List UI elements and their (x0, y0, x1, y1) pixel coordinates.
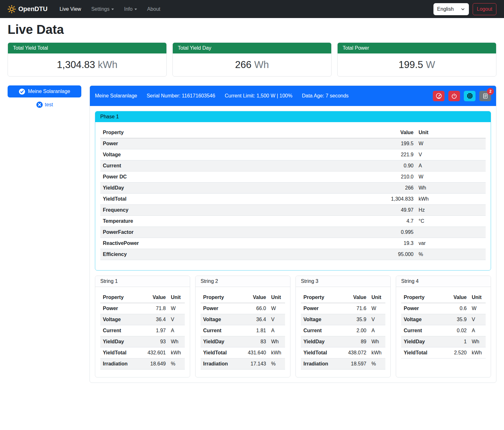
table-row: Power199.5W (100, 138, 486, 149)
cell-unit: Wh (168, 336, 185, 347)
cell-property: Current (100, 325, 144, 336)
cell-value: 266 (378, 183, 416, 194)
sidebar-item-test[interactable]: test (8, 101, 81, 108)
string-1-card: String 1 Property Value Unit (95, 276, 190, 377)
table-header-row: Property Value Unit (301, 292, 385, 303)
table-row: YieldTotal438.072kWh (301, 347, 385, 358)
cell-property: Irradiation (100, 358, 144, 370)
string-3-table: Property Value Unit Power71.6WVoltage35.… (301, 292, 385, 370)
nav-item-label: Live View (59, 6, 81, 12)
card-unit: W (426, 59, 435, 70)
limit-settings-button[interactable] (433, 91, 445, 101)
table-row: ReactivePower19.3var (100, 238, 486, 249)
column-header-property: Property (401, 292, 445, 303)
table-row: Power71.8W (100, 303, 185, 314)
brand[interactable]: OpenDTU (8, 5, 47, 13)
cell-value: 0.995 (378, 227, 416, 238)
table-row: Efficiency95.000% (100, 249, 486, 260)
language-select[interactable]: English (433, 3, 469, 15)
cell-unit: A (369, 325, 385, 336)
table-row: YieldTotal431.640kWh (201, 347, 285, 358)
cell-value: 1 (445, 336, 469, 347)
cell-property: YieldDay (201, 336, 244, 347)
column-header-value: Value (344, 292, 369, 303)
nav-item-live-view[interactable]: Live View (56, 4, 85, 15)
cell-value: 71.8 (144, 303, 168, 314)
cell-property: Irradiation (201, 358, 244, 370)
sun-icon (8, 5, 16, 13)
card-value: 1,304.83 (57, 59, 95, 70)
cell-unit: A (416, 160, 486, 171)
string-title: String 1 (95, 276, 190, 287)
cell-unit: kWh (168, 347, 185, 358)
cell-property: Voltage (100, 149, 378, 160)
cell-value: 36.4 (144, 314, 168, 325)
logout-button[interactable]: Logout (473, 3, 496, 15)
navbar: OpenDTU Live View Settings Info About En… (0, 0, 504, 18)
cell-value: 0.02 (445, 325, 469, 336)
event-log-button[interactable]: 2 (479, 91, 491, 101)
sidebar-item-label: Meine Solaranlage (28, 89, 70, 94)
table-row: YieldTotal1,304.833kWh (100, 194, 486, 205)
cell-property: YieldTotal (100, 194, 378, 205)
cell-unit: Hz (416, 205, 486, 216)
cell-property: Power (301, 303, 344, 314)
cell-property: Current (100, 160, 378, 171)
column-header-property: Property (100, 292, 144, 303)
cell-unit: W (269, 303, 285, 314)
total-yield-day-card: Total Yield Day 266 Wh (172, 42, 332, 77)
cell-unit: W (416, 138, 486, 149)
cell-property: Power (401, 303, 445, 314)
inverter-header: Meine Solaranlage Serial Number: 1161716… (90, 86, 496, 106)
summary-cards: Total Yield Total 1,304.83 kWh Total Yie… (8, 42, 496, 77)
cell-value: 66.0 (244, 303, 269, 314)
table-header-row: Property Value Unit (100, 127, 486, 138)
column-header-unit: Unit (469, 292, 486, 303)
inverter-limit: Current Limit: 1,500 W | 100% (225, 93, 292, 99)
chevron-down-icon (134, 9, 137, 10)
cell-property: PowerFactor (100, 227, 378, 238)
cell-property: Irradiation (301, 358, 344, 370)
cell-value: 0.6 (445, 303, 469, 314)
cell-property: YieldTotal (401, 347, 445, 358)
nav-item-label: Settings (91, 6, 109, 12)
cell-unit: W (369, 303, 385, 314)
cell-unit (416, 227, 486, 238)
nav-item-label: About (147, 6, 160, 12)
column-header-unit: Unit (369, 292, 385, 303)
cell-unit: °C (416, 216, 486, 227)
card-value: 199.5 (399, 59, 423, 70)
table-row: Voltage35.9V (401, 314, 486, 325)
cell-property: YieldDay (100, 183, 378, 194)
nav-item-settings[interactable]: Settings (87, 4, 118, 15)
table-row: YieldDay1Wh (401, 336, 486, 347)
cell-value: 1.81 (244, 325, 269, 336)
cell-value: 71.6 (344, 303, 369, 314)
x-circle-icon (36, 101, 43, 108)
table-row: YieldDay266Wh (100, 183, 486, 194)
cell-unit: W (416, 171, 486, 183)
cell-unit: V (369, 314, 385, 325)
cell-value: 1.97 (144, 325, 168, 336)
device-info-button[interactable] (464, 91, 476, 101)
sidebar-item-meine-solaranlage[interactable]: Meine Solaranlage (8, 85, 81, 97)
card-unit: Wh (254, 59, 269, 70)
card-unit: kWh (98, 59, 117, 70)
cell-unit: V (168, 314, 185, 325)
table-row: YieldDay83Wh (201, 336, 285, 347)
cell-unit: V (416, 149, 486, 160)
cell-property: Power (201, 303, 244, 314)
string-title: String 2 (196, 276, 290, 287)
power-button[interactable] (448, 91, 460, 101)
cell-property: Frequency (100, 205, 378, 216)
cell-property: Voltage (100, 314, 144, 325)
cell-property: YieldTotal (201, 347, 244, 358)
nav-item-info[interactable]: Info (120, 4, 141, 15)
cell-property: Power (100, 303, 144, 314)
string-cards: String 1 Property Value Unit (95, 276, 491, 377)
cell-value: 4.7 (378, 216, 416, 227)
cell-property: Efficiency (100, 249, 378, 260)
card-title: Total Power (338, 43, 496, 53)
nav-item-about[interactable]: About (143, 4, 164, 15)
cell-value: 2.520 (445, 347, 469, 358)
